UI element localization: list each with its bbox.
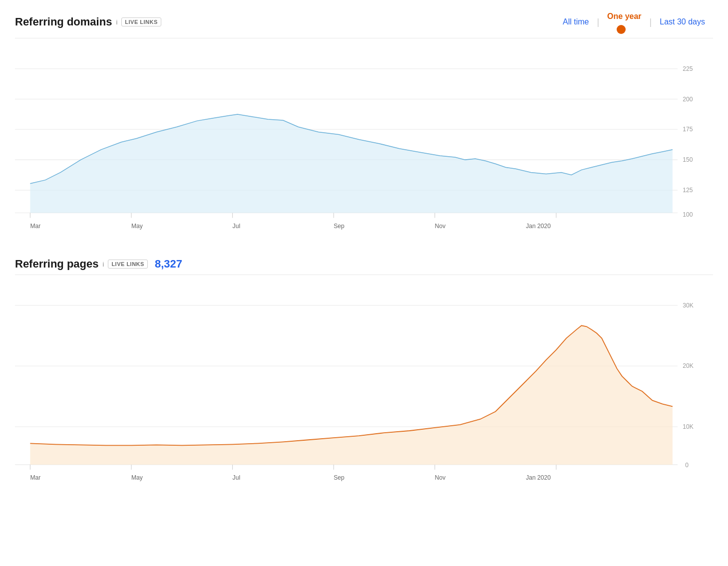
pages-x-label-nov: Nov — [435, 474, 446, 481]
pages-x-label-sep: Sep — [334, 474, 345, 481]
x-label-sep: Sep — [334, 223, 345, 230]
time-filters: All time | One year | Last 30 days — [555, 10, 713, 34]
blue-area — [30, 114, 673, 213]
pages-x-label-jan2020: Jan 2020 — [526, 474, 551, 481]
pages-y-label-30k: 30K — [683, 302, 694, 309]
y-label-225: 225 — [683, 65, 693, 72]
section-header: Referring domains i LIVE LINKS All time … — [15, 10, 713, 34]
referring-domains-chart-container: 225 200 175 150 125 100 Mar May Jul Sep … — [15, 38, 713, 243]
section-title: Referring domains — [15, 15, 112, 28]
info-icon[interactable]: i — [116, 18, 117, 26]
pages-x-label-may: May — [131, 474, 143, 481]
pages-section-title: Referring pages — [15, 258, 99, 271]
orange-chart-svg: 30K 20K 10K 0 Mar May Jul Sep Nov Jan 20… — [15, 275, 713, 493]
pages-y-label-10k: 10K — [683, 423, 694, 430]
x-label-mar: Mar — [30, 223, 40, 230]
one-year-filter[interactable]: One year — [599, 10, 649, 23]
referring-domains-chart: 225 200 175 150 125 100 Mar May Jul Sep … — [15, 38, 713, 243]
pages-info-icon[interactable]: i — [103, 261, 104, 268]
pages-title-group: Referring pages i LIVE LINKS 8,327 — [15, 258, 182, 271]
last-30-days-filter[interactable]: Last 30 days — [652, 15, 713, 28]
orange-area — [30, 326, 673, 465]
pages-section-header: Referring pages i LIVE LINKS 8,327 — [15, 258, 713, 271]
y-label-150: 150 — [683, 156, 693, 163]
all-time-filter[interactable]: All time — [555, 15, 597, 28]
referring-pages-section: Referring pages i LIVE LINKS 8,327 30K 2… — [15, 258, 713, 495]
one-year-filter-wrapper: One year — [599, 10, 649, 34]
y-label-100: 100 — [683, 211, 693, 218]
pages-y-label-20k: 20K — [683, 363, 694, 370]
y-label-125: 125 — [683, 187, 693, 194]
pages-x-label-jul: Jul — [233, 474, 241, 481]
referring-domains-section: Referring domains i LIVE LINKS All time … — [15, 10, 713, 243]
pages-count: 8,327 — [155, 258, 182, 271]
active-indicator-dot — [617, 25, 626, 34]
x-label-jul: Jul — [233, 223, 241, 230]
title-group: Referring domains i LIVE LINKS — [15, 15, 161, 28]
blue-chart-svg: 225 200 175 150 125 100 Mar May Jul Sep … — [15, 38, 713, 241]
live-links-badge: LIVE LINKS — [121, 17, 161, 26]
pages-live-links-badge: LIVE LINKS — [108, 260, 148, 269]
referring-pages-chart-container: 30K 20K 10K 0 Mar May Jul Sep Nov Jan 20… — [15, 275, 713, 495]
referring-pages-chart: 30K 20K 10K 0 Mar May Jul Sep Nov Jan 20… — [15, 275, 713, 495]
x-label-may: May — [131, 223, 143, 230]
y-label-200: 200 — [683, 96, 693, 103]
y-label-175: 175 — [683, 126, 693, 133]
pages-y-label-0: 0 — [685, 462, 689, 469]
x-label-jan2020: Jan 2020 — [526, 223, 551, 230]
pages-x-label-mar: Mar — [30, 474, 40, 481]
x-label-nov: Nov — [435, 223, 446, 230]
